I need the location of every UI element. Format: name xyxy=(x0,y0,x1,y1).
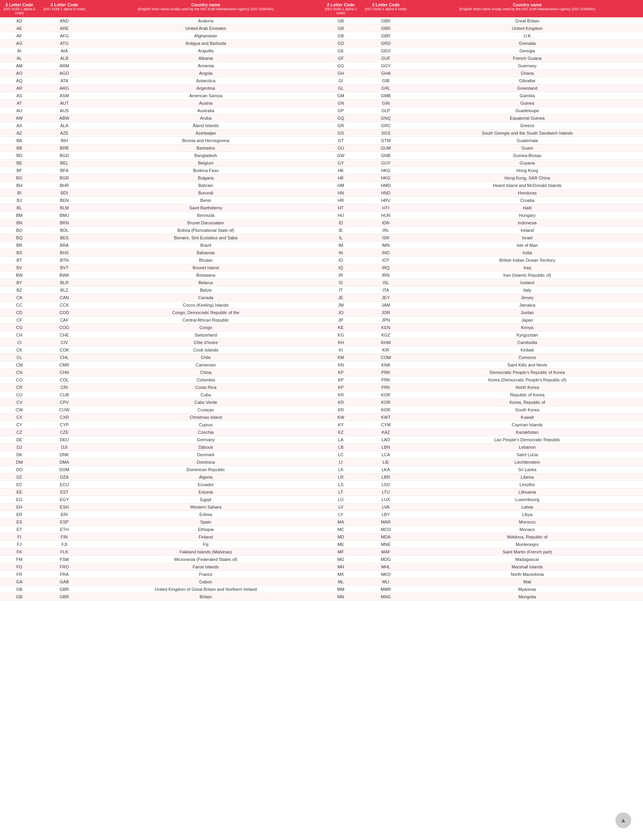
table-row: JMJAMJamaica xyxy=(322,302,643,309)
country-name: Greece xyxy=(412,122,643,130)
two-letter-code: HM xyxy=(322,182,360,189)
two-letter-code: KE xyxy=(322,324,360,331)
country-name: United Kingdom xyxy=(412,25,643,32)
country-name: Bhutan xyxy=(90,257,322,264)
two-letter-code: CV xyxy=(0,399,39,406)
three-letter-code: COL xyxy=(39,376,90,384)
three-letter-code: BGR xyxy=(39,174,90,182)
table-row: CXCXRChristmas Island xyxy=(0,414,322,421)
country-name: South Korea xyxy=(412,406,643,414)
three-letter-code: CHN xyxy=(39,369,90,376)
two-letter-code: LY xyxy=(322,511,360,518)
table-row: GMGMBGambia xyxy=(322,92,643,100)
country-name: Cyprus xyxy=(90,421,322,429)
two-letter-code: KR xyxy=(322,406,360,414)
three-letter-code: GNB xyxy=(360,152,412,159)
three-letter-code: AGO xyxy=(39,70,90,77)
three-letter-code: KOR xyxy=(360,399,412,406)
left-table-wrapper: 2 Letter Code (ISO 3166-1 alpha-2 code) … xyxy=(0,0,322,601)
table-row: BSBHSBahamas xyxy=(0,249,322,257)
table-row: AXALAÅland Islands xyxy=(0,122,322,130)
country-name: Moldova, Republic of xyxy=(412,533,643,541)
three-letter-code: HTI xyxy=(360,204,412,212)
country-name: Christmas Island xyxy=(90,414,322,421)
table-row: HRHRVCroatia xyxy=(322,197,643,204)
table-row: GLGRLGreenland xyxy=(322,85,643,92)
three-letter-code: LVA xyxy=(360,503,412,511)
two-letter-code: ML xyxy=(322,578,360,586)
three-letter-code: AUS xyxy=(39,107,90,115)
country-name: Greenland xyxy=(412,85,643,92)
country-name: Aruba xyxy=(90,115,322,122)
two-letter-code: GA xyxy=(0,578,39,586)
country-name: Algeria xyxy=(90,474,322,481)
table-row: ALALBAlbania xyxy=(0,55,322,62)
country-name: Guyana xyxy=(412,159,643,167)
two-letter-code: MD xyxy=(322,533,360,541)
country-name: Barbados xyxy=(90,144,322,152)
three-letter-code: GRC xyxy=(360,122,412,130)
two-letter-code: GB xyxy=(0,586,39,593)
country-name: Kenya xyxy=(412,324,643,331)
two-letter-code: IT xyxy=(322,287,360,294)
two-letter-code: LA xyxy=(322,436,360,444)
two-letter-code: GB xyxy=(322,17,360,25)
country-name: Afghanistan xyxy=(90,32,322,40)
two-letter-code: BH xyxy=(0,182,39,189)
country-name: Chile xyxy=(90,354,322,361)
two-letter-code: ER xyxy=(0,511,39,518)
three-letter-code: LBR xyxy=(360,474,412,481)
two-letter-code: GP xyxy=(322,107,360,115)
three-letter-code: BOL xyxy=(39,227,90,234)
country-name: Gambia xyxy=(412,92,643,100)
three-letter-code: COM xyxy=(360,354,412,361)
table-row: FJFJIFiji xyxy=(0,541,322,548)
table-row: ECECUEcuador xyxy=(0,481,322,488)
country-name: Lao People's Democratic Republic xyxy=(412,436,643,444)
country-name: Bolivia (Plurinational State of) xyxy=(90,227,322,234)
three-letter-code: CPV xyxy=(39,399,90,406)
two-letter-code: AT xyxy=(0,100,39,107)
country-name: Hong Kong xyxy=(412,167,643,174)
two-letter-code: BQ xyxy=(0,234,39,242)
two-letter-code: DK xyxy=(0,451,39,459)
two-letter-code: KP xyxy=(322,369,360,376)
two-letter-code: GB xyxy=(0,593,39,601)
two-letter-code: BZ xyxy=(0,287,39,294)
two-letter-code: JM xyxy=(322,302,360,309)
country-name: Central African Republic xyxy=(90,316,322,324)
table-row: CZCZECzechia xyxy=(0,429,322,436)
two-letter-code: KR xyxy=(322,399,360,406)
table-row: KWKWTKuwait xyxy=(322,414,643,421)
three-letter-code: KOR xyxy=(360,391,412,399)
country-name: Equatorial Guinea xyxy=(412,115,643,122)
table-row: COCOLColombia xyxy=(0,376,322,384)
two-letter-code: DZ xyxy=(0,474,39,481)
country-name: Sri Lanka xyxy=(412,466,643,474)
two-letter-code: DO xyxy=(0,466,39,474)
country-name: Cocos (Keeling) Islands xyxy=(90,302,322,309)
table-row: BRBRABrazil xyxy=(0,242,322,249)
table-row: EGEGYEgypt xyxy=(0,496,322,503)
table-row: CGCOGCongo xyxy=(0,324,322,331)
two-letter-code: KP xyxy=(322,384,360,391)
two-letter-code: CY xyxy=(0,421,39,429)
country-name: Hungary xyxy=(412,212,643,219)
two-letter-code: HT xyxy=(322,204,360,212)
three-letter-code: HUN xyxy=(360,212,412,219)
three-letter-code: ESH xyxy=(39,503,90,511)
two-letter-code: BD xyxy=(0,152,39,159)
three-letter-code: CCK xyxy=(39,302,90,309)
table-row: ATAUTAustria xyxy=(0,100,322,107)
country-name: United Arab Emirates xyxy=(90,25,322,32)
table-row: CACANCanada xyxy=(0,294,322,302)
country-name: Spain xyxy=(90,518,322,526)
three-letter-code: ALB xyxy=(39,55,90,62)
country-name: North Korea xyxy=(412,384,643,391)
country-name: Curaçao xyxy=(90,406,322,414)
three-letter-code: GUF xyxy=(360,55,412,62)
two-letter-code: CR xyxy=(0,384,39,391)
three-letter-code: ESP xyxy=(39,518,90,526)
three-letter-code: BEL xyxy=(39,159,90,167)
table-row: FMFSMMicronesia (Federated States of) xyxy=(0,556,322,563)
